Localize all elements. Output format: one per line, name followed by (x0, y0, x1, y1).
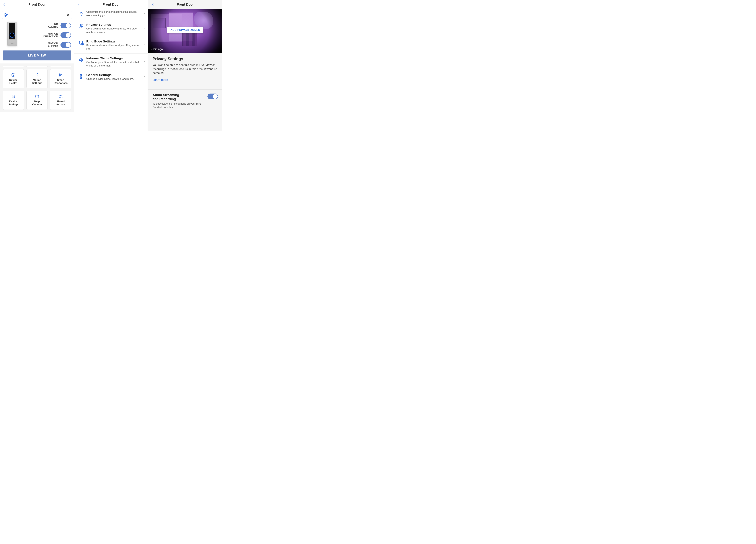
chevron-right-icon (143, 75, 145, 78)
row-title: General Settings (86, 73, 142, 77)
chevron-left-icon (77, 3, 80, 6)
tile-peek (50, 66, 71, 67)
storage-sync-icon (77, 40, 85, 46)
audio-toggle-description: To deactivate the microphone on your Rin… (153, 102, 205, 109)
tile-motion-settings[interactable]: Motion Settings (26, 69, 48, 88)
back-button[interactable] (76, 2, 81, 7)
chevron-left-icon (3, 3, 6, 6)
row-description: Change device name, location, and more. (86, 77, 142, 81)
search-input[interactable] (9, 13, 67, 17)
device-summary: ring RING ALERTS MOTION DETECTION MOTION… (0, 22, 74, 51)
motion-alerts-switch[interactable] (60, 42, 71, 48)
section-title: Privacy Settings (153, 57, 218, 61)
people-icon (59, 94, 63, 99)
row-description: Customize the alerts and sounds this dev… (86, 10, 142, 17)
motion-detection-switch[interactable] (60, 32, 71, 38)
doorbell-icon (77, 73, 85, 79)
svg-point-10 (61, 95, 62, 96)
tile-help-content[interactable]: Help Content (26, 91, 48, 110)
svg-rect-0 (5, 13, 6, 16)
audio-toggle-title: Audio Streaming and Recording (153, 93, 205, 101)
section-description: You won't be able to see this area in Li… (153, 63, 218, 75)
chevron-right-icon (143, 27, 145, 30)
page-title: Front Door (0, 3, 74, 7)
search-field[interactable]: ✕ (2, 11, 72, 19)
svg-point-5 (60, 75, 60, 76)
privacy-settings-panel: Front Door ADD PRIVACY ZONES 2 min ago P… (148, 0, 222, 131)
svg-point-6 (13, 96, 14, 97)
tile-label: Smart Responses (53, 79, 68, 85)
tile-shared-access[interactable]: Shared Access (50, 91, 71, 110)
row-title: Ring Edge Settings (86, 40, 142, 43)
tile-label: Device Settings (7, 100, 19, 106)
bell-icon (77, 10, 85, 16)
svg-point-17 (81, 77, 82, 78)
toggle-label: MOTION ALERTS (48, 42, 58, 48)
svg-point-1 (5, 15, 6, 16)
tile-label: Device Health (8, 79, 18, 85)
svg-point-16 (81, 75, 82, 76)
toggle-motion-detection: MOTION DETECTION (21, 32, 71, 38)
chevron-right-icon (143, 44, 145, 47)
row-alerts[interactable]: Customize the alerts and sounds this dev… (74, 9, 148, 20)
help-icon (35, 94, 39, 99)
row-chime[interactable]: In-home Chime Settings Configure your Do… (74, 54, 148, 70)
row-description: Configure your Doorbell for use with a d… (86, 61, 142, 68)
settings-grid: Device Health Motion Settings Smart Resp… (0, 64, 74, 112)
tile-smart-responses[interactable]: Smart Responses (50, 69, 71, 88)
learn-more-link[interactable]: Learn more (153, 78, 218, 82)
doorbell-chat-icon (4, 13, 9, 17)
tile-label: Shared Access (55, 100, 66, 106)
live-view-button[interactable]: LIVE VIEW (3, 51, 71, 60)
toggle-label: MOTION DETECTION (43, 33, 58, 38)
header: Front Door (0, 0, 74, 9)
row-description: Process and store video locally on Ring … (86, 44, 142, 51)
chevron-right-icon (143, 12, 145, 15)
row-general[interactable]: General Settings Change device name, loc… (74, 70, 148, 84)
settings-list: Customize the alerts and sounds this dev… (74, 9, 148, 131)
audio-streaming-switch[interactable] (207, 94, 218, 99)
doorbell-chat-icon (59, 73, 63, 77)
header: Front Door (148, 0, 222, 9)
svg-point-9 (60, 95, 61, 96)
device-settings-panel: Front Door Customize the alerts and soun… (74, 0, 148, 131)
device-dashboard-panel: Front Door ✕ ring RING ALERTS MOTION DET… (0, 0, 74, 131)
running-person-icon (35, 73, 39, 77)
doorbell-graphic: ring (7, 22, 17, 46)
toggle-label: RING ALERTS (48, 23, 58, 28)
heartbeat-icon (11, 73, 15, 77)
tile-device-health[interactable]: Device Health (3, 69, 24, 88)
tile-device-settings[interactable]: Device Settings (3, 91, 24, 110)
row-description: Control what your device captures, to pr… (86, 27, 142, 34)
header: Front Door (74, 0, 148, 9)
back-button[interactable] (150, 2, 156, 7)
back-button[interactable] (2, 2, 7, 7)
tile-label: Help Content (31, 100, 43, 106)
svg-point-3 (37, 73, 38, 74)
svg-rect-4 (59, 74, 60, 76)
row-edge[interactable]: Ring Edge Settings Process and store vid… (74, 37, 148, 54)
row-title: In-home Chime Settings (86, 56, 142, 60)
tile-peek (26, 66, 48, 67)
row-privacy[interactable]: Privacy Settings Control what your devic… (74, 20, 148, 37)
tile-peek (3, 66, 24, 67)
page-title: Front Door (74, 3, 148, 7)
add-privacy-zones-button[interactable]: ADD PRIVACY ZONES (167, 27, 204, 33)
clear-icon[interactable]: ✕ (67, 13, 70, 17)
device-image: ring (3, 22, 21, 46)
ring-alerts-switch[interactable] (60, 23, 71, 28)
svg-point-8 (37, 97, 37, 97)
tile-label: Motion Settings (31, 79, 43, 85)
toggle-motion-alerts: MOTION ALERTS (21, 42, 71, 48)
speaker-icon (77, 56, 85, 62)
toggle-ring-alerts: RING ALERTS (21, 23, 71, 28)
row-title: Privacy Settings (86, 23, 142, 26)
gear-icon (11, 94, 15, 99)
chevron-right-icon (143, 60, 145, 64)
privacy-section: Privacy Settings You won't be able to se… (148, 53, 222, 85)
page-title: Front Door (148, 3, 222, 7)
camera-timestamp: 2 min ago (151, 48, 163, 51)
chevron-left-icon (151, 3, 155, 6)
camera-preview: ADD PRIVACY ZONES 2 min ago (148, 9, 222, 53)
audio-toggle-row: Audio Streaming and Recording To deactiv… (148, 90, 222, 109)
